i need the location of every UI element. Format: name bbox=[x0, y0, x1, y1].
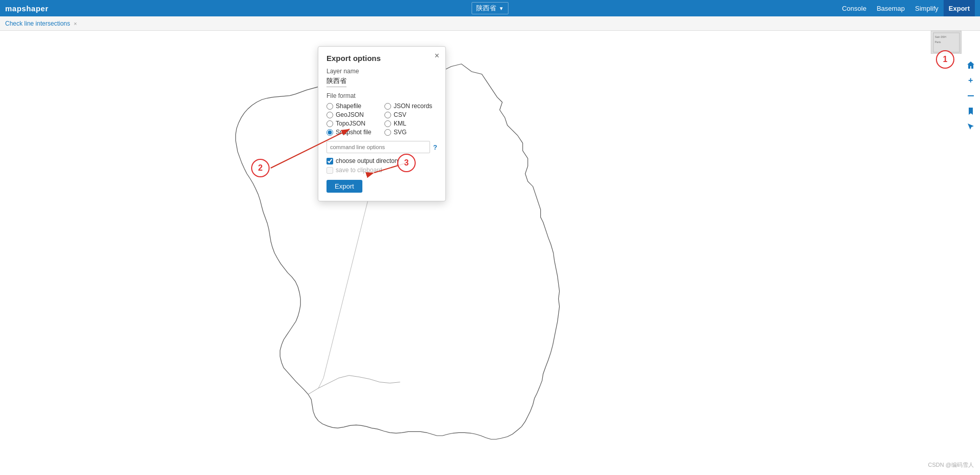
cmd-help-icon[interactable]: ? bbox=[433, 143, 437, 151]
map-area[interactable] bbox=[0, 31, 980, 475]
format-label: File format bbox=[326, 92, 437, 99]
format-csv-radio[interactable] bbox=[384, 112, 391, 118]
dialog-layer-name: 陕西省 bbox=[326, 76, 346, 87]
format-kml-radio[interactable] bbox=[384, 120, 391, 127]
format-json-records-radio[interactable] bbox=[384, 103, 391, 110]
export-dialog: Export options × Layer name 陕西省 File for… bbox=[318, 46, 446, 201]
map-svg bbox=[0, 31, 980, 475]
format-svg-label: SVG bbox=[394, 129, 406, 136]
zoom-in-button[interactable]: + bbox=[964, 73, 978, 88]
format-topojson-label: TopoJSON bbox=[336, 120, 365, 127]
format-topojson[interactable]: TopoJSON bbox=[326, 120, 379, 127]
close-icon[interactable]: × bbox=[74, 20, 77, 27]
nav-console[interactable]: Console bbox=[837, 0, 872, 16]
format-csv-label: CSV bbox=[394, 111, 406, 118]
check-intersections-item[interactable]: Check line intersections × bbox=[5, 20, 77, 27]
top-nav: Console Basemap Simplify Export bbox=[837, 0, 975, 16]
brand-logo: mapshaper bbox=[5, 4, 49, 13]
check-intersections-label: Check line intersections bbox=[5, 20, 70, 27]
format-shapefile-label: Shapefile bbox=[336, 102, 361, 110]
dialog-close-button[interactable]: × bbox=[435, 52, 439, 60]
format-geojson[interactable]: GeoJSON bbox=[326, 111, 379, 118]
nav-export[interactable]: Export bbox=[944, 0, 975, 16]
command-line-input[interactable] bbox=[326, 141, 430, 153]
svg-rect-5 bbox=[968, 95, 974, 96]
format-snapshot-radio[interactable] bbox=[326, 129, 333, 136]
svg-text:Paris: Paris bbox=[935, 40, 941, 44]
format-options-grid: Shapefile JSON records GeoJSON CSV TopoJ… bbox=[326, 102, 437, 136]
format-kml-label: KML bbox=[394, 120, 406, 127]
save-to-clipboard-checkbox[interactable] bbox=[326, 167, 333, 174]
save-to-clipboard-label: save to clipboard bbox=[336, 167, 382, 174]
format-shapefile[interactable]: Shapefile bbox=[326, 102, 379, 110]
map-thumbnail: Sain DSH Paris bbox=[931, 31, 962, 54]
format-json-records[interactable]: JSON records bbox=[384, 102, 437, 110]
format-kml[interactable]: KML bbox=[384, 120, 437, 127]
choose-output-dir-label: choose output directory bbox=[336, 157, 400, 164]
svg-text:+: + bbox=[968, 76, 973, 85]
format-topojson-radio[interactable] bbox=[326, 120, 333, 127]
format-shapefile-radio[interactable] bbox=[326, 103, 333, 110]
svg-text:Sain DSH: Sain DSH bbox=[935, 35, 946, 38]
format-csv[interactable]: CSV bbox=[384, 111, 437, 118]
export-button[interactable]: Export bbox=[326, 180, 362, 193]
layer-label: Layer name bbox=[326, 68, 437, 75]
format-snapshot-label: Snapshot file bbox=[336, 129, 371, 136]
topbar: mapshaper 陕西省 ▼ Console Basemap Simplify… bbox=[0, 0, 980, 16]
choose-output-dir-row[interactable]: choose output directory bbox=[326, 157, 437, 164]
select-tool-button[interactable] bbox=[964, 119, 978, 134]
choose-output-dir-checkbox[interactable] bbox=[326, 158, 333, 164]
chevron-down-icon: ▼ bbox=[499, 6, 504, 11]
format-json-records-label: JSON records bbox=[394, 102, 432, 110]
format-geojson-label: GeoJSON bbox=[336, 111, 364, 118]
layer-name: 陕西省 bbox=[476, 4, 496, 13]
save-to-clipboard-row: save to clipboard bbox=[326, 167, 437, 174]
bookmark-button[interactable] bbox=[964, 104, 978, 118]
format-snapshot[interactable]: Snapshot file bbox=[326, 129, 379, 136]
nav-simplify[interactable]: Simplify bbox=[910, 0, 944, 16]
dialog-title: Export options bbox=[326, 54, 437, 63]
subbar: Check line intersections × bbox=[0, 16, 980, 31]
format-svg[interactable]: SVG bbox=[384, 129, 437, 136]
zoom-out-button[interactable] bbox=[964, 89, 978, 103]
command-row: ? bbox=[326, 141, 437, 153]
nav-basemap[interactable]: Basemap bbox=[871, 0, 910, 16]
right-sidebar: + bbox=[962, 31, 980, 134]
home-button[interactable] bbox=[964, 58, 978, 72]
layer-selector[interactable]: 陕西省 ▼ bbox=[472, 2, 508, 14]
watermark: CSDN @编码雪人 bbox=[928, 461, 974, 469]
format-geojson-radio[interactable] bbox=[326, 112, 333, 118]
format-svg-radio[interactable] bbox=[384, 129, 391, 136]
